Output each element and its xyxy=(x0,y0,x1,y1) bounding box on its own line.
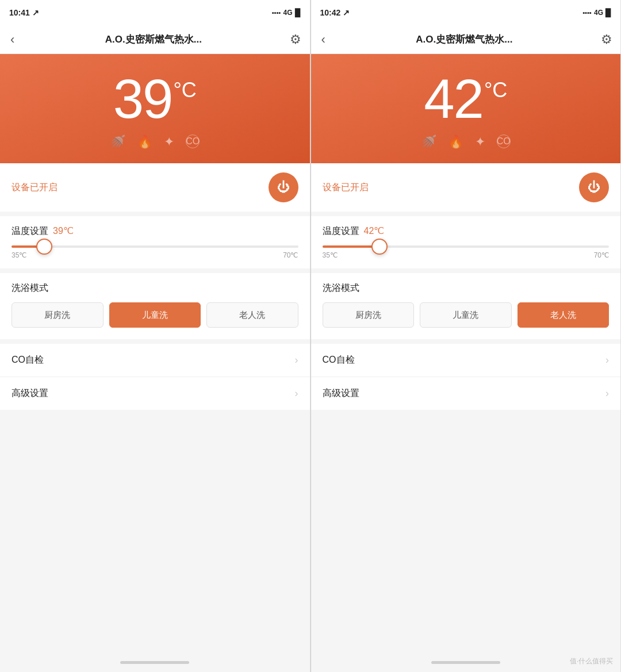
mode-button-1[interactable]: 儿童洗 xyxy=(420,302,512,328)
hero-icons: 🚿 🔥 ✦ CO xyxy=(110,135,200,149)
phone-panel-right: 10:42 ↗ ▪▪▪▪ 4G ▉ ‹ A.O.史密斯燃气热水... ⚙ 42 … xyxy=(311,0,622,672)
mode-button-0[interactable]: 厨房洗 xyxy=(323,302,415,328)
temp-current-value: 42℃ xyxy=(364,226,385,236)
slider-thumb[interactable] xyxy=(36,239,52,255)
mode-button-2[interactable]: 老人洗 xyxy=(206,302,298,328)
slider-min-label: 35℃ xyxy=(323,251,338,259)
slider-labels: 35℃ 70℃ xyxy=(323,251,610,259)
settings-button[interactable]: ⚙ xyxy=(601,32,612,47)
hero-section: 42 °C 🚿 🔥 ✦ CO xyxy=(311,54,621,163)
hero-section: 39 °C 🚿 🔥 ✦ CO xyxy=(0,54,310,163)
list-item-text-0: CO自检 xyxy=(323,354,355,366)
mode-button-2[interactable]: 老人洗 xyxy=(518,302,610,328)
power-button[interactable]: ⏻ xyxy=(269,172,298,202)
list-item-text-1: 高级设置 xyxy=(323,387,359,400)
mode-section: 洗浴模式 厨房洗 儿童洗 老人洗 xyxy=(311,273,621,339)
temperature-card: 温度设置39℃ 35℃ 70℃ xyxy=(0,216,310,268)
network-type: 4G xyxy=(283,9,292,17)
back-button[interactable]: ‹ xyxy=(319,30,328,49)
slider-max-label: 70℃ xyxy=(283,251,298,259)
nav-bar: ‹ A.O.史密斯燃气热水... ⚙ xyxy=(311,25,621,54)
slider-labels: 35℃ 70℃ xyxy=(12,251,298,259)
temperature-display: 39 °C xyxy=(113,71,197,126)
temperature-value: 42 xyxy=(424,71,483,126)
mode-buttons: 厨房洗 儿童洗 老人洗 xyxy=(12,302,298,328)
temperature-display: 42 °C xyxy=(424,71,507,126)
status-bar: 10:42 ↗ ▪▪▪▪ 4G ▉ xyxy=(311,0,621,25)
list-item-1[interactable]: 高级设置 › xyxy=(311,377,621,410)
temperature-slider[interactable] xyxy=(323,245,610,248)
list-item-1[interactable]: 高级设置 › xyxy=(0,377,310,410)
fan-icon: ✦ xyxy=(164,135,174,149)
nav-bar: ‹ A.O.史密斯燃气热水... ⚙ xyxy=(0,25,310,54)
shower-icon: 🚿 xyxy=(110,135,125,149)
temperature-unit: °C xyxy=(173,78,196,102)
shower-icon: 🚿 xyxy=(421,135,436,149)
device-status: 设备已开启 xyxy=(323,182,369,194)
mode-section: 洗浴模式 厨房洗 儿童洗 老人洗 xyxy=(0,273,310,339)
mode-title: 洗浴模式 xyxy=(323,282,610,294)
home-indicator xyxy=(0,652,310,672)
list-section: CO自检 › 高级设置 › xyxy=(311,344,621,410)
network-type: 4G xyxy=(594,9,603,17)
power-row: 设备已开启 ⏻ xyxy=(311,163,621,212)
power-row: 设备已开启 ⏻ xyxy=(0,163,310,212)
nav-title: A.O.史密斯燃气热水... xyxy=(105,33,202,46)
mode-buttons: 厨房洗 儿童洗 老人洗 xyxy=(323,302,610,328)
flame-icon: 🔥 xyxy=(448,135,463,149)
hero-icons: 🚿 🔥 ✦ CO xyxy=(421,135,511,149)
arrow-right-icon-0: › xyxy=(605,354,609,366)
temp-current-value: 39℃ xyxy=(53,226,74,236)
arrow-right-icon-1: › xyxy=(295,387,298,400)
list-item-text-0: CO自检 xyxy=(12,354,44,366)
flame-icon: 🔥 xyxy=(137,135,152,149)
fan-icon: ✦ xyxy=(475,135,485,149)
device-status: 设备已开启 xyxy=(12,182,57,194)
mode-button-1[interactable]: 儿童洗 xyxy=(109,302,201,328)
power-button[interactable]: ⏻ xyxy=(579,172,609,202)
back-button[interactable]: ‹ xyxy=(8,30,17,49)
temp-label: 温度设置39℃ xyxy=(12,225,298,237)
mode-title: 洗浴模式 xyxy=(12,282,298,294)
battery-icon: ▉ xyxy=(295,9,301,17)
watermark: 值·什么值得买 xyxy=(570,656,613,666)
home-bar xyxy=(431,661,500,664)
content-area: 设备已开启 ⏻ 温度设置42℃ 35℃ 70℃ xyxy=(311,163,621,652)
time-display: 10:41 ↗ xyxy=(9,8,39,17)
signal-icon: ▪▪▪▪ xyxy=(582,9,592,16)
status-bar: 10:41 ↗ ▪▪▪▪ 4G ▉ xyxy=(0,0,310,25)
slider-min-label: 35℃ xyxy=(12,251,26,259)
temperature-value: 39 xyxy=(113,71,172,126)
settings-button[interactable]: ⚙ xyxy=(290,32,301,47)
temperature-unit: °C xyxy=(484,78,507,102)
temp-label: 温度设置42℃ xyxy=(323,225,610,237)
slider-track xyxy=(323,245,610,248)
slider-track xyxy=(12,245,298,248)
nav-title: A.O.史密斯燃气热水... xyxy=(416,33,512,46)
status-right: ▪▪▪▪ 4G ▉ xyxy=(272,9,301,17)
home-bar xyxy=(120,661,189,664)
status-right: ▪▪▪▪ 4G ▉ xyxy=(582,9,611,17)
list-item-0[interactable]: CO自检 › xyxy=(311,344,621,377)
time-display: 10:42 ↗ xyxy=(320,8,350,17)
slider-thumb[interactable] xyxy=(371,239,388,255)
co-icon: CO xyxy=(186,135,200,148)
signal-icon: ▪▪▪▪ xyxy=(272,9,281,16)
slider-max-label: 70℃ xyxy=(594,251,609,259)
battery-icon: ▉ xyxy=(605,9,611,17)
phone-panel-left: 10:41 ↗ ▪▪▪▪ 4G ▉ ‹ A.O.史密斯燃气热水... ⚙ 39 … xyxy=(0,0,310,672)
list-item-text-1: 高级设置 xyxy=(12,387,48,400)
temperature-slider[interactable] xyxy=(12,245,298,248)
mode-button-0[interactable]: 厨房洗 xyxy=(12,302,103,328)
content-area: 设备已开启 ⏻ 温度设置39℃ 35℃ 70℃ xyxy=(0,163,310,652)
co-icon: CO xyxy=(497,135,511,148)
arrow-right-icon-1: › xyxy=(605,387,609,400)
arrow-right-icon-0: › xyxy=(295,354,298,366)
list-section: CO自检 › 高级设置 › xyxy=(0,344,310,410)
list-item-0[interactable]: CO自检 › xyxy=(0,344,310,377)
temperature-card: 温度设置42℃ 35℃ 70℃ xyxy=(311,216,621,268)
